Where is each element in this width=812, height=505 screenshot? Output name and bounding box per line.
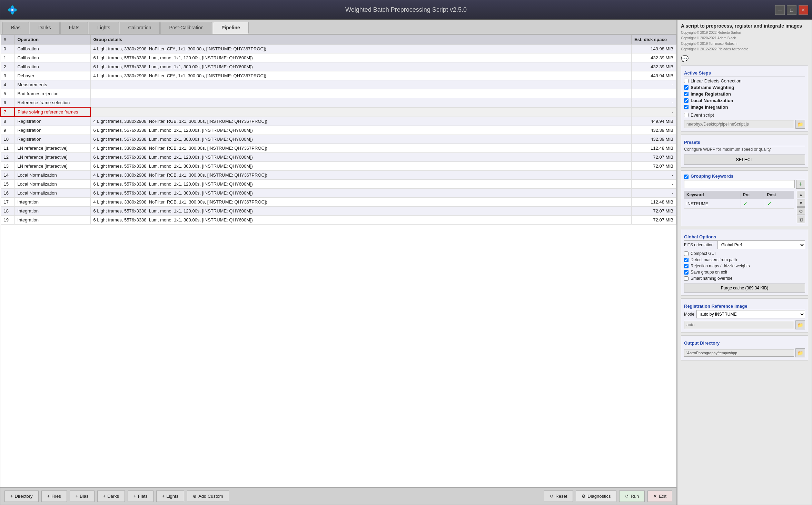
row-details [90, 89, 632, 98]
event-script-label: Event script [691, 112, 714, 118]
side-title: A script to preprocess, register and int… [681, 23, 808, 29]
row-disk-space: 72.07 MiB [632, 216, 676, 225]
add-lights-button[interactable]: + Lights [156, 491, 184, 502]
row-details: 4 Light frames, 3380x2908, NoFilter, RGB… [90, 117, 632, 126]
save-groups-checkbox[interactable] [684, 270, 689, 275]
exit-icon: ✕ [653, 494, 657, 499]
add-files-button[interactable]: + Files [41, 491, 67, 502]
table-row[interactable]: 17Integration4 Light frames, 3380x2908, … [1, 198, 676, 207]
table-row[interactable]: 19Integration6 Light frames, 5576x3388, … [1, 216, 676, 225]
keyword-action-buttons: ▲ ▼ ⚙ 🗑 [797, 191, 805, 223]
linear-defects-checkbox[interactable] [684, 79, 689, 83]
table-row[interactable]: 5Bad frames rejection- [1, 89, 676, 98]
detect-masters-checkbox[interactable] [684, 258, 689, 262]
table-row[interactable]: 8Registration4 Light frames, 3380x2908, … [1, 117, 676, 126]
table-row[interactable]: 9Registration6 Light frames, 5576x3388, … [1, 126, 676, 135]
table-row[interactable]: 7Plate solving reference frames- [1, 107, 676, 117]
local-normalization-checkbox[interactable] [684, 98, 689, 103]
maximize-button[interactable]: □ [787, 5, 796, 15]
keyword-gear-button[interactable]: ⚙ [797, 207, 805, 215]
add-directory-button[interactable]: + Directory [4, 491, 39, 502]
presets-select-button[interactable]: SELECT [684, 155, 805, 165]
output-dir-input[interactable] [684, 349, 794, 357]
linear-defects-label: Linear Defects Correction [691, 78, 741, 83]
table-row[interactable]: 3Debayer4 Light frames, 3380x2908, NoFil… [1, 71, 676, 80]
fits-orientation-select[interactable]: Global Pref [717, 241, 805, 249]
auto-input[interactable] [684, 321, 794, 329]
add-keyword-button[interactable]: + [796, 180, 805, 189]
active-steps-header: Active Steps [684, 70, 805, 77]
keyword-down-button[interactable]: ▼ [797, 199, 805, 207]
reg-ref-folder-button[interactable]: 📁 [795, 320, 805, 329]
image-registration-checkbox[interactable] [684, 92, 689, 96]
lights-label: Lights [166, 494, 178, 499]
image-integration-checkbox[interactable] [684, 105, 689, 109]
tab-calibration[interactable]: Calibration [120, 22, 160, 34]
add-flats-button[interactable]: + Flats [128, 491, 154, 502]
table-row[interactable]: 13LN reference [interactive]6 Light fram… [1, 162, 676, 171]
table-row[interactable]: 1Calibration6 Light frames, 5576x3388, L… [1, 53, 676, 62]
row-details: 6 Light frames, 5576x3388, Lum, mono, 1x… [90, 153, 632, 162]
chat-icon[interactable]: 💬 [681, 55, 808, 62]
table-row[interactable]: 6Reference frame selection- [1, 98, 676, 108]
tab-bias[interactable]: Bias [2, 22, 29, 34]
diagnostics-button[interactable]: ⚙ Diagnostics [576, 491, 616, 502]
table-row[interactable]: 14Local Normalization4 Light frames, 338… [1, 171, 676, 180]
tab-pipeline[interactable]: Pipeline [213, 22, 249, 34]
row-operation: Local Normalization [14, 180, 90, 189]
script-path-input[interactable] [684, 120, 794, 128]
tab-flats[interactable]: Flats [60, 22, 88, 34]
tab-darks[interactable]: Darks [30, 22, 60, 34]
row-operation: Measurements [14, 80, 90, 89]
row-disk-space: 149.98 MiB [632, 44, 676, 53]
add-darks-button[interactable]: + Darks [97, 491, 125, 502]
table-row[interactable]: 11LN reference [interactive]4 Light fram… [1, 144, 676, 153]
exit-button[interactable]: ✕ Exit [647, 491, 672, 502]
script-folder-button[interactable]: 📁 [795, 120, 805, 129]
table-row[interactable]: 10Registration6 Light frames, 5576x3388,… [1, 135, 676, 144]
keyword-input[interactable] [684, 180, 795, 188]
reset-button[interactable]: ↺ Reset [544, 491, 573, 502]
row-id: 5 [1, 89, 14, 98]
presets-section: Presets Configure WBPP for maximum speed… [681, 135, 808, 168]
keyword-delete-button[interactable]: 🗑 [797, 216, 805, 223]
event-script-checkbox[interactable] [684, 113, 689, 117]
tab-post-calibration[interactable]: Post-Calibration [160, 22, 212, 34]
table-row[interactable]: 0Calibration4 Light frames, 3380x2908, N… [1, 44, 676, 53]
close-button[interactable]: ✕ [799, 5, 808, 15]
table-row[interactable]: 15Local Normalization6 Light frames, 557… [1, 180, 676, 189]
row-id: 7 [1, 107, 14, 117]
grouping-keywords-checkbox[interactable] [684, 175, 689, 179]
table-row[interactable]: 4Measurements- [1, 80, 676, 89]
add-bias-button[interactable]: + Bias [70, 491, 95, 502]
mode-select[interactable]: auto by INSTRUME [696, 310, 805, 318]
compact-gui-checkbox[interactable] [684, 251, 689, 256]
detect-masters-row: Detect masters from path [684, 257, 805, 262]
minimize-button[interactable]: ─ [775, 5, 785, 15]
registration-reference-header: Registration Reference Image [684, 304, 805, 310]
row-id: 19 [1, 216, 14, 225]
reset-label: Reset [555, 494, 567, 499]
rejection-maps-checkbox[interactable] [684, 264, 689, 268]
add-custom-label: Add Custom [198, 494, 223, 499]
table-row[interactable]: 16Local Normalization6 Light frames, 557… [1, 189, 676, 198]
row-disk-space: - [632, 98, 676, 108]
tab-lights[interactable]: Lights [89, 22, 119, 34]
smart-naming-checkbox[interactable] [684, 276, 689, 281]
row-id: 17 [1, 198, 14, 207]
run-button[interactable]: ↺ Run [619, 491, 645, 502]
keyword-up-button[interactable]: ▲ [797, 191, 805, 198]
bottom-toolbar: + Directory + Files + Bias + Darks + F [0, 487, 676, 505]
table-row[interactable]: 12LN reference [interactive]6 Light fram… [1, 153, 676, 162]
purge-cache-button[interactable]: Purge cache (389.34 KiB) [684, 284, 805, 293]
table-row[interactable]: 2Calibration6 Light frames, 5576x3388, L… [1, 62, 676, 71]
subframe-weighting-checkbox[interactable] [684, 85, 689, 90]
add-custom-button[interactable]: ⊕ Add Custom [187, 491, 229, 502]
row-operation: Registration [14, 135, 90, 144]
presets-description: Configure WBPP for maximum speed or qual… [684, 146, 805, 152]
output-dir-folder-button[interactable]: 📁 [795, 348, 805, 357]
image-integration-row: Image Integration [684, 105, 805, 110]
keyword-table: Keyword Pre Post INSTRUME ✓ ✓ [684, 191, 794, 209]
row-operation: Registration [14, 117, 90, 126]
table-row[interactable]: 18Integration6 Light frames, 5576x3388, … [1, 207, 676, 216]
